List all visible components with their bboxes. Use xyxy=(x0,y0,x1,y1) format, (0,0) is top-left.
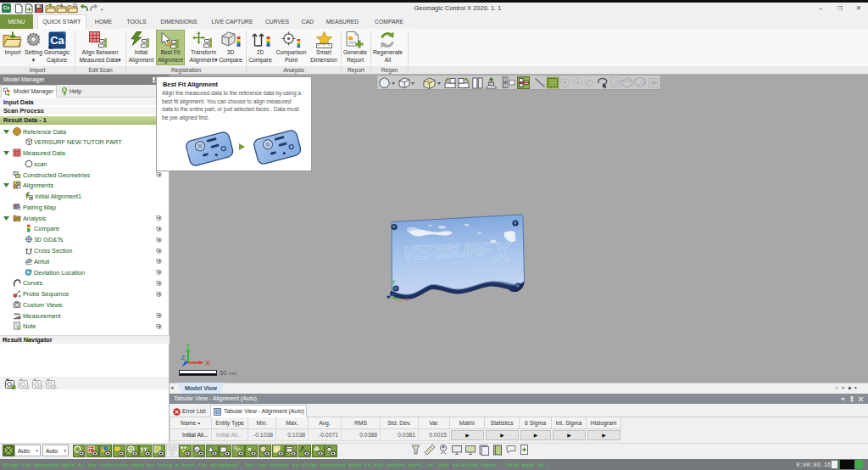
svg-text:y: y xyxy=(392,277,396,285)
svg-text:X: X xyxy=(491,237,514,267)
svg-text:Y: Y xyxy=(186,344,191,350)
svg-text:Z: Z xyxy=(181,354,186,361)
svg-text:VERISURF: VERISURF xyxy=(403,238,492,264)
svg-text:X: X xyxy=(205,359,210,367)
svg-text:Ca: Ca xyxy=(50,34,64,47)
